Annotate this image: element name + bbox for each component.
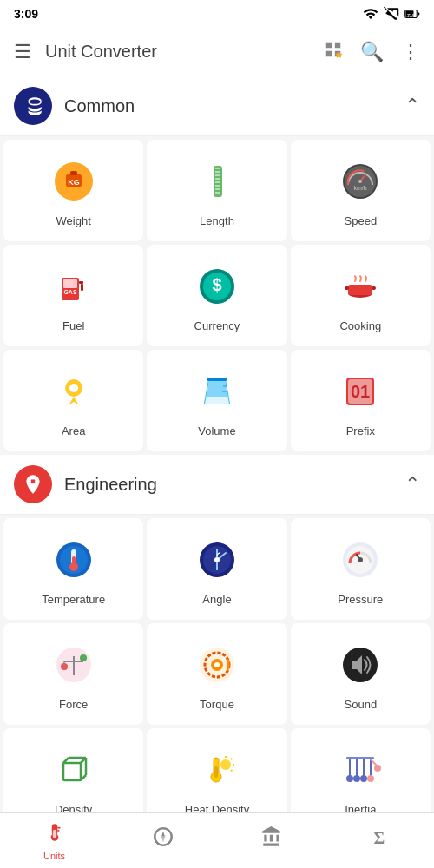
svg-rect-33 (372, 286, 376, 290)
compass-icon (152, 825, 174, 853)
fuel-item[interactable]: GAS Fuel (3, 245, 143, 346)
svg-point-96 (367, 775, 374, 782)
svg-point-93 (346, 775, 353, 782)
length-item[interactable]: Length (147, 140, 286, 241)
cooking-label: Cooking (339, 319, 381, 332)
weight-icon: KG (49, 157, 98, 206)
svg-rect-6 (70, 171, 77, 175)
currency-icon: $ (193, 262, 241, 311)
area-item[interactable]: Area (3, 350, 143, 451)
fuel-label: Fuel (62, 319, 84, 332)
weight-label: Weight (56, 214, 91, 227)
battery-icon: 71% (404, 6, 420, 22)
svg-point-94 (353, 775, 360, 782)
menu-button[interactable]: ☰ (14, 41, 31, 63)
prefix-item[interactable]: 01 Prefix (291, 350, 431, 451)
speed-label: Speed (345, 214, 378, 227)
units-icon (43, 820, 66, 848)
force-icon (49, 641, 98, 689)
svg-rect-40 (207, 378, 227, 381)
more-button[interactable]: ⋮ (401, 41, 420, 63)
svg-rect-10 (215, 171, 220, 173)
speed-item[interactable]: km/h Speed (291, 140, 431, 241)
svg-text:$: $ (212, 275, 221, 294)
temperature-icon (49, 536, 98, 584)
length-label: Length (200, 214, 234, 227)
engineering-chevron[interactable]: ⌃ (404, 473, 420, 496)
engineering-label: Engineering (64, 475, 404, 495)
currency-item[interactable]: $ Currency (147, 245, 286, 346)
svg-point-61 (358, 557, 363, 562)
sound-item[interactable]: Sound (291, 623, 431, 725)
svg-rect-9 (215, 168, 220, 169)
temperature-item[interactable]: Temperature (3, 518, 143, 620)
svg-rect-15 (215, 188, 220, 190)
status-bar: 3:09 71% (0, 0, 434, 28)
pressure-label: Pressure (338, 593, 383, 606)
svg-point-83 (220, 760, 231, 770)
app-bar-actions: 🔍 ⋮ (324, 40, 420, 63)
inertia-label: Inertia (345, 803, 376, 812)
weight-item[interactable]: KG Weight (3, 140, 143, 241)
status-time: 3:09 (14, 7, 38, 21)
force-item[interactable]: Force (3, 623, 143, 725)
torque-icon (193, 641, 241, 689)
grid-star-button[interactable] (324, 40, 343, 63)
angle-label: Angle (202, 593, 231, 606)
common-grid: KG Weight Length (0, 136, 434, 455)
inertia-item[interactable]: Inertia (291, 728, 431, 812)
svg-rect-25 (81, 284, 83, 291)
pressure-item[interactable]: Pressure (291, 518, 431, 620)
angle-item[interactable]: Angle (147, 518, 286, 620)
svg-point-35 (69, 384, 78, 392)
force-label: Force (59, 698, 88, 711)
engineering-grid: Temperature Angle (0, 515, 434, 812)
nav-units[interactable]: Units (43, 820, 66, 861)
currency-label: Currency (194, 319, 240, 332)
svg-point-57 (214, 557, 220, 562)
nav-sigma[interactable]: Σ (369, 825, 391, 856)
heat-density-label: Heat Density (185, 803, 249, 812)
svg-text:01: 01 (351, 382, 370, 401)
svg-rect-16 (215, 192, 220, 194)
svg-rect-82 (214, 766, 218, 778)
common-section-icon (14, 87, 52, 125)
svg-text:71%: 71% (407, 13, 417, 18)
heat-density-item[interactable]: Heat Density (147, 728, 286, 812)
engineering-section-header[interactable]: Engineering ⌃ (0, 455, 434, 515)
pressure-icon (336, 536, 385, 584)
svg-rect-23 (63, 279, 77, 288)
wifi-icon (363, 6, 378, 22)
fuel-icon: GAS (49, 262, 98, 311)
app-bar: ☰ Unit Converter 🔍 ⋮ (0, 28, 434, 76)
volume-label: Volume (198, 424, 235, 437)
svg-rect-31 (348, 285, 372, 295)
engineering-section-icon (14, 465, 52, 503)
angle-icon (193, 536, 241, 584)
svg-rect-102 (52, 830, 56, 838)
speed-icon: km/h (336, 157, 385, 206)
common-label: Common (64, 96, 404, 116)
svg-rect-97 (346, 757, 374, 760)
units-nav-label: Units (43, 851, 65, 861)
signal-icon (384, 6, 399, 22)
density-icon (49, 746, 98, 794)
nav-bank[interactable] (260, 825, 283, 856)
common-chevron[interactable]: ⌃ (404, 95, 420, 117)
svg-text:km/h: km/h (354, 185, 367, 191)
search-button[interactable]: 🔍 (360, 41, 384, 63)
inertia-icon (336, 746, 385, 794)
svg-text:KG: KG (68, 178, 80, 187)
nav-compass[interactable] (152, 825, 174, 856)
length-icon (193, 157, 241, 206)
common-section-header[interactable]: Common ⌃ (0, 76, 434, 136)
prefix-icon: 01 (336, 367, 385, 416)
svg-point-20 (358, 180, 362, 183)
density-item[interactable]: Density (3, 728, 143, 812)
volume-icon (193, 367, 241, 416)
svg-line-88 (220, 759, 220, 760)
cooking-item[interactable]: Cooking (291, 245, 431, 346)
volume-item[interactable]: Volume (147, 350, 286, 451)
torque-item[interactable]: Torque (147, 623, 286, 725)
prefix-label: Prefix (346, 424, 375, 437)
